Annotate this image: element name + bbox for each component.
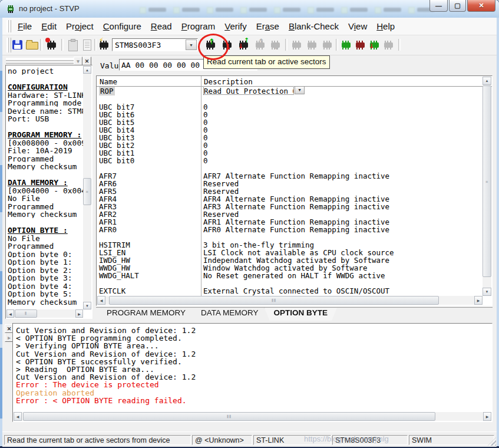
table-hscrollbar[interactable]: ◀ ⦀⦀ ▶ [97, 296, 483, 305]
table-row[interactable]: UBC bit6 0 [97, 110, 483, 118]
toolbar-separator [398, 39, 401, 51]
table-row[interactable] [97, 233, 483, 241]
ghost-tab [240, 5, 271, 14]
table-row[interactable]: UBC bit7 0 [97, 103, 483, 110]
table-row[interactable] [97, 95, 483, 103]
verify-all-icon [320, 38, 335, 52]
log-hscrollbar[interactable]: ◀ ⦀⦀ ▶ [14, 412, 491, 421]
menu-item[interactable]: View [343, 19, 372, 33]
toolbar-separator [61, 39, 64, 51]
open-icon[interactable] [25, 38, 39, 52]
program-current-icon[interactable]: ↓ [220, 38, 234, 52]
scroll-left-icon[interactable]: ◀ [97, 296, 105, 305]
menu-item[interactable]: Configure [98, 19, 146, 33]
menu-item[interactable]: Project [61, 19, 98, 33]
menu-item[interactable]: Blank-Check [284, 19, 343, 33]
table-row[interactable]: WWDG_HW Window Watchdog activated by Sof… [97, 263, 483, 271]
table-row[interactable]: AFR1 AFR1 Alternate Function Remapping i… [97, 218, 483, 225]
window-titlebar[interactable]: no project - STVP — ▢ ✕ [0, 0, 499, 18]
table-row[interactable]: AFR3 AFR3 Alternate Function Remapping i… [97, 202, 483, 210]
column-header-description[interactable]: Description [204, 77, 253, 86]
toolbar-separator [336, 39, 338, 51]
table-row[interactable]: EXTCLK External Crystal connected to OSC… [97, 286, 483, 294]
table-row[interactable]: AFR6 Reserved [97, 179, 483, 187]
table-row-rop[interactable]: ROP Read Out Protection ON ▼ [97, 87, 483, 95]
sidebar-line: CONFIGURATION [8, 83, 83, 91]
save-icon[interactable] [11, 38, 25, 52]
menu-item[interactable]: File [13, 19, 37, 33]
dock-pin-icon[interactable]: ▾ [74, 57, 82, 65]
verify-current-icon[interactable]: ↓↑ [237, 38, 251, 52]
menu-item[interactable]: Edit [37, 19, 61, 33]
table-row[interactable] [97, 164, 483, 172]
program-device-icon[interactable] [45, 38, 59, 52]
close-button[interactable]: ✕ [467, 0, 495, 12]
rop-dropdown[interactable]: Read Out Protection ON [203, 87, 294, 95]
scroll-left-icon[interactable]: ◀ [6, 309, 14, 318]
memory-tab[interactable]: OPTION BYTE [265, 308, 338, 321]
memory-tab[interactable]: DATA MEMORY [191, 308, 268, 319]
scroll-up-icon[interactable]: ▲ [83, 66, 91, 74]
table-row[interactable] [97, 279, 483, 286]
minimize-button[interactable]: — [429, 0, 448, 12]
table-row[interactable]: AFR0 AFR0 Alternate Function Remapping i… [97, 225, 483, 233]
scroll-thumb[interactable]: ≡ [483, 85, 491, 277]
sidebar-hscrollbar[interactable]: ◀ ⦀ ▶ [6, 309, 83, 318]
scroll-thumb[interactable]: ≡ [83, 178, 91, 205]
scroll-down-icon[interactable]: ▼ [83, 302, 91, 309]
table-row[interactable]: UBC bit0 0 [97, 156, 483, 164]
program-all-tabs-icon[interactable] [353, 38, 368, 52]
menu-item[interactable]: Erase [252, 19, 284, 33]
table-row[interactable]: UBC bit2 0 [97, 141, 483, 149]
sidebar-line: Memory checksum [8, 162, 83, 170]
scroll-left-icon[interactable]: ◀ [14, 412, 22, 421]
paste-icon [66, 38, 80, 52]
table-row[interactable]: IWDG_HW Independant Watchdog activated b… [97, 256, 483, 263]
rop-cell[interactable]: ROP [99, 87, 115, 95]
memory-tab[interactable]: PROGRAM MEMORY [97, 308, 195, 319]
select-device-icon[interactable]: ⚡ [97, 38, 111, 52]
dock-panel-header[interactable]: ▾ ✕ [5, 56, 92, 65]
menu-item[interactable]: Program [177, 19, 220, 33]
status-protocol: SWIM [409, 435, 494, 445]
table-row[interactable]: UBC bit3 0 [97, 133, 483, 141]
document-icon [80, 38, 94, 52]
scroll-down-icon[interactable]: ▼ [483, 288, 491, 296]
scroll-right-icon[interactable]: ▶ [483, 412, 491, 421]
chevron-down-icon[interactable]: ▼ [186, 39, 197, 50]
sidebar-line: Option byte 0: [8, 250, 83, 258]
table-row[interactable]: AFR7 AFR7 Alternate Function Remapping i… [97, 172, 483, 179]
scroll-up-icon[interactable]: ▲ [483, 77, 491, 85]
chevron-down-icon[interactable]: ▼ [295, 87, 305, 94]
table-row[interactable]: UBC bit4 0 [97, 126, 483, 133]
auto-program-icon[interactable]: ↓ [368, 38, 382, 52]
restore-button[interactable]: ▢ [449, 0, 466, 12]
dock-gripper[interactable] [6, 58, 74, 64]
table-row[interactable]: AFR4 AFR4 Alternate Function Remapping i… [97, 195, 483, 202]
device-combo[interactable]: STM8S003F3 ▼ [112, 38, 198, 51]
read-all-tabs-icon[interactable] [339, 38, 353, 52]
menu-item[interactable]: Read [146, 19, 177, 33]
toolbar-separator [285, 39, 287, 51]
column-header-name[interactable]: Name [100, 77, 117, 86]
scroll-thumb[interactable]: ⦀⦀ [23, 412, 435, 421]
table-row[interactable]: HSITRIM 3 bit on-the-fly trimming [97, 241, 483, 248]
scroll-thumb[interactable]: ⦀ [15, 309, 37, 318]
scroll-right-icon[interactable]: ▶ [474, 296, 483, 305]
menubar-grip[interactable] [6, 20, 11, 32]
table-row[interactable]: WWDG_HALT No Reset generated on HALT if … [97, 271, 483, 279]
table-row[interactable]: AFR5 Reserved [97, 187, 483, 195]
log-line: Cut Version and Revision of device: 1.2 [16, 350, 490, 357]
table-row[interactable]: AFR2 Reserved [97, 210, 483, 218]
table-vscrollbar[interactable]: ▲ ≡ ▼ [483, 77, 491, 296]
table-row[interactable]: LSI_EN LSI Clock not available as CPU cl… [97, 248, 483, 256]
table-row[interactable]: UBC bit1 0 [97, 149, 483, 156]
scroll-right-icon[interactable]: ▶ [75, 309, 83, 318]
read-current-icon[interactable]: ↑ [204, 38, 218, 52]
sidebar-vscrollbar[interactable]: ▲ ≡ ▼ [83, 66, 91, 309]
menu-item[interactable]: Verify [220, 19, 252, 33]
dock-close-icon[interactable]: ✕ [82, 57, 91, 65]
scroll-thumb[interactable]: ⦀⦀ [109, 296, 439, 305]
table-row[interactable]: UBC bit5 0 [97, 118, 483, 126]
menu-item[interactable]: Help [372, 19, 399, 33]
